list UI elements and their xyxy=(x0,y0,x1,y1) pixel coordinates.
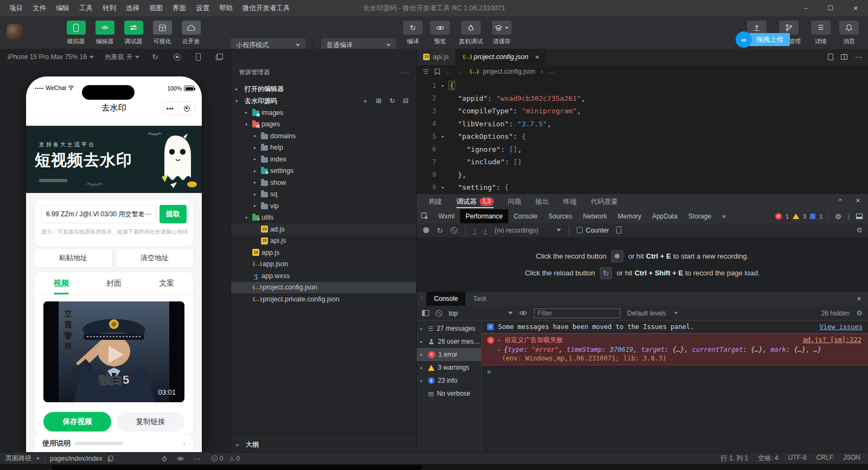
filter-input[interactable] xyxy=(534,308,621,318)
context-dropdown[interactable]: top xyxy=(449,310,513,317)
tree-item-help[interactable]: help xyxy=(231,142,416,154)
hot-reload-dropdown[interactable]: 热重载 开 xyxy=(105,53,139,62)
page-path-value[interactable]: pages/index/index xyxy=(50,455,103,462)
clear-address-button[interactable]: 清空地址 xyxy=(116,249,193,267)
view-issues-link[interactable]: View issues xyxy=(820,323,863,331)
panel-tab-output[interactable]: 输出 xyxy=(535,194,549,209)
visualization-toggle-button[interactable]: 可视化 xyxy=(150,21,174,46)
tree-item-api-js[interactable]: api.js xyxy=(231,235,416,247)
sidebar-warnings[interactable]: 3 warnings xyxy=(417,361,481,374)
kebab-menu-icon[interactable] xyxy=(845,213,852,221)
close-tab-icon[interactable] xyxy=(535,54,539,60)
page-path-label[interactable]: 页面路径 xyxy=(5,454,31,463)
save-video-button[interactable]: 保存视频 xyxy=(43,412,111,432)
open-preview-icon[interactable] xyxy=(828,54,833,60)
menu-item-help[interactable]: 帮助 xyxy=(214,0,238,16)
device-debug-button[interactable]: 真机调试 xyxy=(457,21,485,46)
tree-item-show[interactable]: show xyxy=(231,177,416,189)
devtools-tab-network[interactable]: Network xyxy=(578,209,612,223)
maximize-icon[interactable] xyxy=(818,0,843,16)
avatar[interactable] xyxy=(7,24,23,40)
forward-icon[interactable]: → xyxy=(457,68,464,75)
tree-root[interactable]: 去水印源码 xyxy=(231,95,416,107)
back-icon[interactable]: ← xyxy=(445,68,452,75)
copy-link-button[interactable]: 复制链接 xyxy=(117,412,184,432)
close-console-icon[interactable] xyxy=(857,295,861,302)
drag-handle-icon[interactable] xyxy=(417,295,426,302)
rotate-icon[interactable] xyxy=(152,53,158,61)
refresh-icon[interactable] xyxy=(388,97,396,105)
menu-item-interface[interactable]: 界面 xyxy=(168,0,191,16)
console-tab[interactable]: Console xyxy=(426,292,465,306)
editor-tab-api-js[interactable]: api.js xyxy=(417,49,456,65)
cursor-position[interactable]: 行 1, 列 1 xyxy=(721,454,749,463)
devtools-tab-storage[interactable]: Storage xyxy=(683,209,717,223)
dock-panel-icon[interactable] xyxy=(856,214,863,219)
task-tab[interactable]: Task xyxy=(465,292,494,306)
console-error-row[interactable]: 自定义广告加载失败 ad.js? [sm]:222 {type: "error"… xyxy=(482,333,868,365)
split-editor-icon[interactable] xyxy=(841,54,847,60)
tree-item-settings[interactable]: ⚙settings xyxy=(231,165,416,177)
url-input[interactable]: 6.99 ZZm:/ J@I.Vl 03/30 用交警老⋯ xyxy=(41,205,156,223)
devtools-tab-appdata[interactable]: AppData xyxy=(647,209,683,223)
devtools-tab-sources[interactable]: Sources xyxy=(543,209,578,223)
panel-tab-build[interactable]: 构建 xyxy=(429,194,442,209)
recordings-dropdown[interactable]: (no recordings) xyxy=(495,227,561,234)
fold-icon[interactable] xyxy=(436,134,449,139)
menu-item-selection[interactable]: 选择 xyxy=(121,0,144,16)
debugger-toggle-button[interactable]: 调试器 xyxy=(122,21,145,46)
sidebar-user-messages[interactable]: 26 user mes… xyxy=(417,335,481,348)
console-sidebar-toggle-icon[interactable] xyxy=(422,310,429,316)
close-minimize-button[interactable] xyxy=(179,106,195,112)
devtools-tab-wxml[interactable]: Wxml xyxy=(433,209,460,223)
sidebar-verbose[interactable]: No verbose xyxy=(417,387,481,400)
encoding-setting[interactable]: UTF-8 xyxy=(788,454,807,463)
inspect-icon[interactable] xyxy=(417,213,433,220)
preview-button[interactable]: 预览 xyxy=(430,21,450,46)
video-player[interactable]: 立 通 警 察 独白5 03:01 xyxy=(43,301,184,402)
tab-cover[interactable]: 封面 xyxy=(87,272,140,294)
usage-card[interactable]: 使用说明 › xyxy=(35,434,193,452)
tree-item-index[interactable]: index xyxy=(231,153,416,165)
menu-item-edit[interactable]: 编辑 xyxy=(51,0,74,16)
console-prompt[interactable]: > xyxy=(482,365,868,378)
new-folder-icon[interactable] xyxy=(375,97,382,105)
stop-icon[interactable] xyxy=(174,54,181,61)
panel-tab-terminal[interactable]: 终端 xyxy=(563,194,577,209)
fold-icon[interactable] xyxy=(436,185,449,190)
paste-address-button[interactable]: 粘贴地址 xyxy=(35,249,112,267)
panel-tab-debugger[interactable]: 调试器1,3 xyxy=(456,194,494,209)
counter-checkbox[interactable]: Counter xyxy=(577,227,609,234)
menu-item-devtools[interactable]: 微信开发者工具 xyxy=(238,0,295,16)
sidebar-all-messages[interactable]: 27 messages xyxy=(417,322,481,335)
chevron-right-icon[interactable] xyxy=(498,338,501,343)
menu-item-view[interactable]: 视图 xyxy=(144,0,168,16)
panel-tab-code-quality[interactable]: 代码质量 xyxy=(591,194,618,209)
language-mode[interactable]: JSON xyxy=(843,454,860,463)
reload-button[interactable] xyxy=(600,267,612,279)
tree-item-project-private-config-json[interactable]: project.private.config.json xyxy=(231,293,416,305)
info-count-icon[interactable] xyxy=(810,214,815,219)
tree-item-ad-js[interactable]: ad.js xyxy=(231,223,416,235)
tree-item-project-config-json[interactable]: project.config.json xyxy=(231,282,416,294)
device-dropdown[interactable]: iPhone 15 Pro Max 75% 16 xyxy=(8,53,94,61)
copy-icon[interactable] xyxy=(107,455,113,462)
levels-dropdown[interactable]: Default levels xyxy=(627,310,678,317)
compile-button[interactable]: 编译 xyxy=(403,21,423,46)
warning-count-icon[interactable] xyxy=(793,214,799,219)
close-panel-icon[interactable] xyxy=(856,197,860,206)
panel-tab-problems[interactable]: 问题 xyxy=(508,194,521,209)
tree-open-editors[interactable]: 打开的编辑器 xyxy=(231,83,416,95)
devtools-tab-more[interactable]: » xyxy=(717,209,731,223)
menu-item-project[interactable]: 项目 xyxy=(4,0,28,16)
tab-video[interactable]: 视频 xyxy=(35,272,87,294)
load-profile-icon[interactable] xyxy=(473,227,476,234)
fold-icon[interactable] xyxy=(436,83,449,88)
gear-icon[interactable] xyxy=(856,226,863,234)
editor-toggle-button[interactable]: </> 编辑器 xyxy=(93,21,117,46)
bookmark-icon[interactable] xyxy=(435,68,440,75)
tab-text[interactable]: 文案 xyxy=(141,272,193,294)
tree-item-app-wxss[interactable]: app.wxss xyxy=(231,270,416,282)
tree-item-pages[interactable]: ▤pages xyxy=(231,119,416,131)
new-file-icon[interactable] xyxy=(361,97,369,105)
